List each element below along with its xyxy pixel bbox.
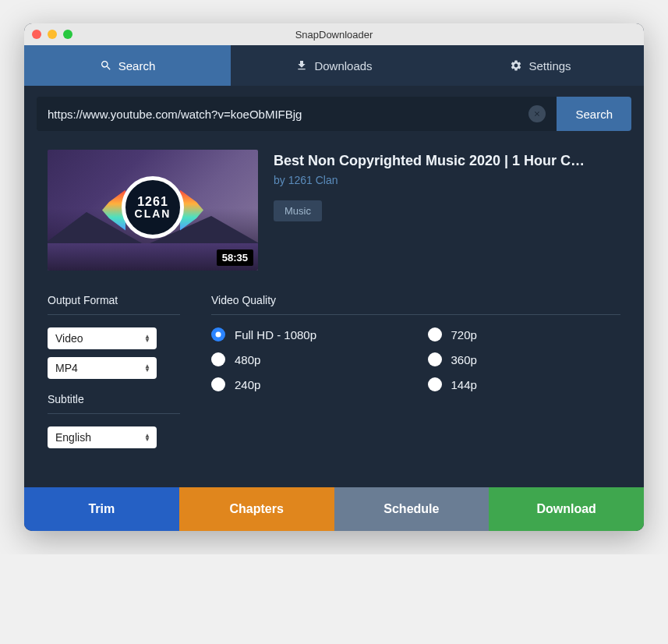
quality-label: 360p <box>451 353 477 366</box>
video-quality-label: Video Quality <box>211 294 620 315</box>
download-icon <box>295 59 308 72</box>
chapters-button[interactable]: Chapters <box>179 487 334 531</box>
quality-option-144p[interactable]: 144p <box>428 377 621 391</box>
tab-settings-label: Settings <box>528 59 571 73</box>
schedule-button[interactable]: Schedule <box>334 487 490 531</box>
bottom-bar: Trim Chapters Schedule Download <box>24 487 644 531</box>
quality-label: 144p <box>451 378 477 391</box>
output-format-label: Output Format <box>48 294 180 315</box>
tab-search[interactable]: Search <box>24 45 231 86</box>
titlebar: SnapDownloader <box>24 23 644 45</box>
radio-icon <box>211 377 225 391</box>
container-select[interactable]: MP4 ▲▼ <box>48 357 157 379</box>
category-pill[interactable]: Music <box>274 200 322 221</box>
chevron-updown-icon: ▲▼ <box>144 364 150 372</box>
subtitle-value: English <box>55 431 91 444</box>
maximize-icon[interactable] <box>63 30 72 39</box>
radio-icon <box>211 327 225 341</box>
content-area: 1261 CLAN 58:35 Best Non Copyrighted Mus… <box>24 142 644 487</box>
quality-option-720p[interactable]: 720p <box>428 327 621 341</box>
tab-settings[interactable]: Settings <box>437 45 644 86</box>
video-author[interactable]: by 1261 Clan <box>274 174 620 186</box>
quality-option-480p[interactable]: 480p <box>211 352 405 366</box>
minimize-icon[interactable] <box>48 30 57 39</box>
quality-label: Full HD - 1080p <box>235 328 316 341</box>
search-button-label: Search <box>575 108 613 121</box>
close-icon[interactable] <box>32 30 41 39</box>
gear-icon <box>510 59 522 72</box>
radio-icon <box>211 352 225 366</box>
video-row: 1261 CLAN 58:35 Best Non Copyrighted Mus… <box>48 150 620 271</box>
clear-button[interactable] <box>528 105 546 122</box>
tab-downloads-label: Downloads <box>314 59 372 73</box>
thumbnail-logo: 1261 CLAN <box>122 176 184 239</box>
url-input[interactable] <box>48 108 528 121</box>
format-type-select[interactable]: Video ▲▼ <box>48 327 157 349</box>
search-button[interactable]: Search <box>557 97 631 131</box>
container-value: MP4 <box>55 362 78 374</box>
radio-icon <box>428 377 442 391</box>
chapters-label: Chapters <box>229 502 283 516</box>
search-bar: Search <box>24 86 644 142</box>
format-type-value: Video <box>55 332 83 345</box>
tab-downloads[interactable]: Downloads <box>231 45 437 86</box>
window-controls <box>32 30 72 39</box>
trim-button[interactable]: Trim <box>24 487 179 531</box>
tab-search-label: Search <box>118 59 156 73</box>
chevron-updown-icon: ▲▼ <box>144 433 150 441</box>
chevron-updown-icon: ▲▼ <box>144 334 150 342</box>
schedule-label: Schedule <box>383 502 439 516</box>
app-window: SnapDownloader Search Downloads Settings… <box>24 23 644 531</box>
tab-bar: Search Downloads Settings <box>24 45 644 86</box>
window-title: SnapDownloader <box>295 29 373 41</box>
quality-label: 240p <box>235 378 260 391</box>
radio-icon <box>428 352 442 366</box>
download-button[interactable]: Download <box>489 487 644 531</box>
quality-label: 720p <box>451 328 477 341</box>
quality-column: Video Quality Full HD - 1080p 720p 480p <box>211 294 620 456</box>
video-meta: Best Non Copyrighted Music 2020 | 1 Hour… <box>274 150 620 271</box>
options-row: Output Format Video ▲▼ MP4 ▲▼ Subtitle E… <box>48 294 620 456</box>
subtitle-label: Subtitle <box>48 393 180 414</box>
subtitle-select[interactable]: English ▲▼ <box>48 426 157 448</box>
close-icon <box>533 110 541 118</box>
quality-grid: Full HD - 1080p 720p 480p 360p <box>211 327 620 391</box>
trim-label: Trim <box>88 502 115 516</box>
video-thumbnail[interactable]: 1261 CLAN 58:35 <box>48 150 258 271</box>
search-icon <box>100 59 112 72</box>
url-input-wrap <box>37 97 557 131</box>
video-title: Best Non Copyrighted Music 2020 | 1 Hour… <box>274 153 620 169</box>
format-column: Output Format Video ▲▼ MP4 ▲▼ Subtitle E… <box>48 294 180 456</box>
duration-badge: 58:35 <box>217 249 253 266</box>
quality-option-1080p[interactable]: Full HD - 1080p <box>211 327 405 341</box>
radio-icon <box>428 327 442 341</box>
download-label: Download <box>536 502 596 516</box>
quality-option-360p[interactable]: 360p <box>428 352 621 366</box>
quality-option-240p[interactable]: 240p <box>211 377 405 391</box>
quality-label: 480p <box>235 353 260 366</box>
